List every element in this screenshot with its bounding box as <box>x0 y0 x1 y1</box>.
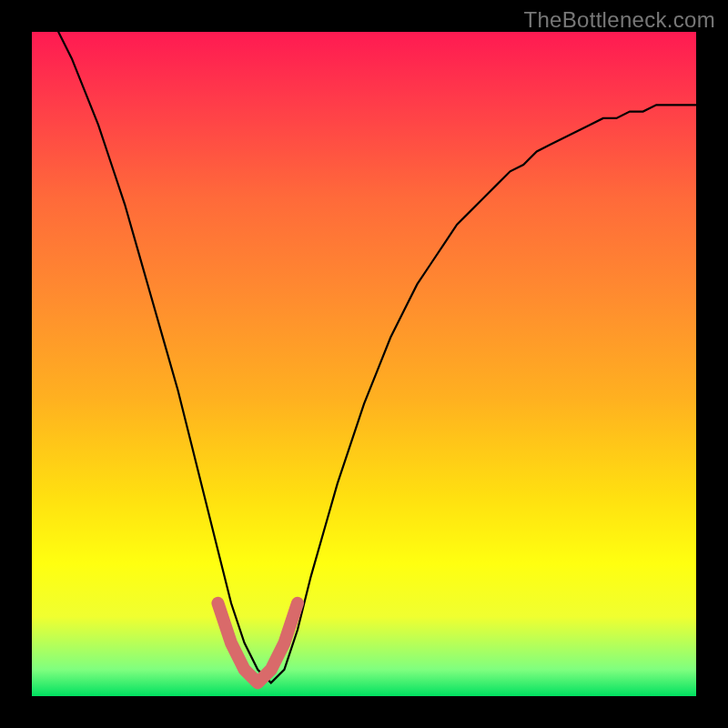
curve-main <box>46 12 696 682</box>
chart-frame: TheBottleneck.com <box>0 0 728 728</box>
watermark-text: TheBottleneck.com <box>523 7 715 33</box>
curves-layer <box>32 32 696 696</box>
